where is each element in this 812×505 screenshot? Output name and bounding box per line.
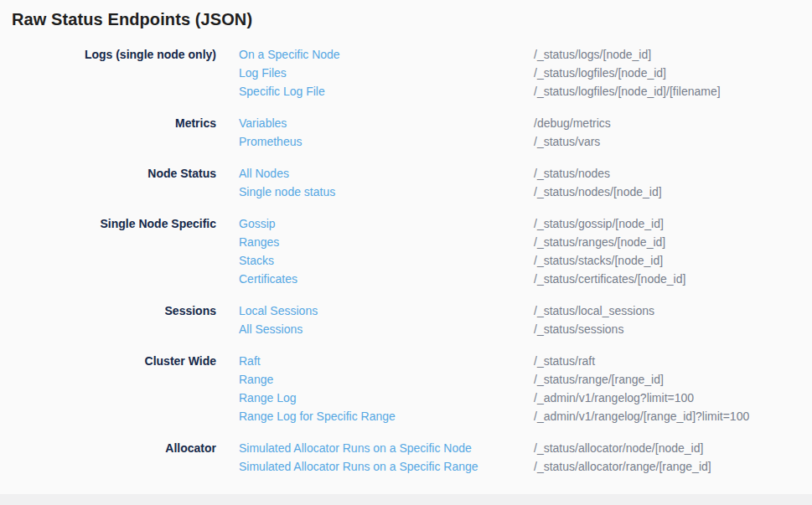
endpoint-link[interactable]: On a Specific Node — [239, 45, 534, 64]
endpoint-path: /_status/allocator/range/[range_id] — [534, 457, 812, 476]
endpoint-group: MetricsVariablesPrometheus/debug/metrics… — [0, 114, 812, 151]
endpoint-link[interactable]: Gossip — [239, 214, 534, 233]
endpoint-path: /_status/raft — [534, 352, 812, 370]
endpoint-link[interactable]: Simulated Allocator Runs on a Specific R… — [239, 457, 534, 476]
endpoint-path: /_admin/v1/rangelog?limit=100 — [534, 389, 812, 407]
endpoint-link[interactable]: Range Log for Specific Range — [239, 407, 534, 425]
endpoint-links-column: All NodesSingle node status — [216, 164, 534, 201]
endpoint-links-column: On a Specific NodeLog FilesSpecific Log … — [216, 45, 534, 100]
endpoint-group: Logs (single node only)On a Specific Nod… — [0, 45, 812, 100]
endpoint-path: /_status/stacks/[node_id] — [534, 251, 812, 270]
endpoint-link[interactable]: Single node status — [239, 183, 534, 201]
endpoint-link[interactable]: Local Sessions — [239, 301, 534, 320]
endpoint-link[interactable]: Ranges — [239, 233, 534, 251]
endpoint-link[interactable]: Raft — [239, 352, 534, 370]
endpoint-path: /_status/sessions — [534, 320, 812, 338]
category-label: Sessions — [0, 301, 216, 338]
endpoint-path: /_status/local_sessions — [534, 301, 812, 320]
endpoint-link[interactable]: Certificates — [239, 270, 534, 288]
endpoint-paths-column: /debug/metrics/_status/vars — [534, 114, 812, 151]
endpoint-link[interactable]: Log Files — [239, 64, 534, 82]
endpoint-links-column: RaftRangeRange LogRange Log for Specific… — [216, 352, 534, 425]
endpoint-link[interactable]: All Nodes — [239, 164, 534, 183]
endpoint-paths-column: /_status/raft/_status/range/[range_id]/_… — [534, 352, 812, 425]
endpoint-link[interactable]: Stacks — [239, 251, 534, 270]
endpoint-path: /_status/gossip/[node_id] — [534, 214, 812, 233]
endpoint-path: /_admin/v1/rangelog/[range_id]?limit=100 — [534, 407, 812, 425]
endpoint-links-column: Simulated Allocator Runs on a Specific N… — [216, 439, 534, 476]
endpoint-links-column: Local SessionsAll Sessions — [216, 301, 534, 338]
category-label: Single Node Specific — [0, 214, 216, 288]
endpoint-paths-column: /_status/allocator/node/[node_id]/_statu… — [534, 439, 812, 476]
endpoint-path: /_status/logfiles/[node_id]/[filename] — [534, 82, 812, 100]
endpoint-group: AllocatorSimulated Allocator Runs on a S… — [0, 439, 812, 476]
category-label: Allocator — [0, 439, 216, 476]
endpoint-group: Node StatusAll NodesSingle node status/_… — [0, 164, 812, 201]
endpoint-paths-column: /_status/logs/[node_id]/_status/logfiles… — [534, 45, 812, 100]
endpoint-links-column: VariablesPrometheus — [216, 114, 534, 151]
category-label: Metrics — [0, 114, 216, 151]
endpoint-link[interactable]: Specific Log File — [239, 82, 534, 100]
endpoint-links-column: GossipRangesStacksCertificates — [216, 214, 534, 288]
endpoint-path: /_status/logs/[node_id] — [534, 45, 812, 64]
endpoint-path: /_status/ranges/[node_id] — [534, 233, 812, 251]
endpoint-paths-column: /_status/nodes/_status/nodes/[node_id] — [534, 164, 812, 201]
endpoint-path: /_status/range/[range_id] — [534, 370, 812, 389]
endpoint-path: /_status/nodes — [534, 164, 812, 183]
page-title: Raw Status Endpoints (JSON) — [12, 10, 812, 29]
footer-strip — [0, 494, 812, 505]
category-label: Cluster Wide — [0, 352, 216, 425]
endpoint-path: /debug/metrics — [534, 114, 812, 132]
endpoint-link[interactable]: Prometheus — [239, 132, 534, 151]
endpoint-path: /_status/certificates/[node_id] — [534, 270, 812, 288]
endpoint-group: SessionsLocal SessionsAll Sessions/_stat… — [0, 301, 812, 338]
endpoint-path: /_status/vars — [534, 132, 812, 151]
endpoint-path: /_status/logfiles/[node_id] — [534, 64, 812, 82]
endpoint-link[interactable]: Variables — [239, 114, 534, 132]
endpoint-link[interactable]: Range — [239, 370, 534, 389]
endpoint-link[interactable]: All Sessions — [239, 320, 534, 338]
category-label: Node Status — [0, 164, 216, 201]
endpoint-link[interactable]: Range Log — [239, 389, 534, 407]
endpoint-group: Single Node SpecificGossipRangesStacksCe… — [0, 214, 812, 288]
endpoint-paths-column: /_status/local_sessions/_status/sessions — [534, 301, 812, 338]
endpoint-paths-column: /_status/gossip/[node_id]/_status/ranges… — [534, 214, 812, 288]
endpoint-path: /_status/allocator/node/[node_id] — [534, 439, 812, 457]
endpoints-table: Logs (single node only)On a Specific Nod… — [0, 45, 812, 476]
endpoint-path: /_status/nodes/[node_id] — [534, 183, 812, 201]
endpoint-link[interactable]: Simulated Allocator Runs on a Specific N… — [239, 439, 534, 457]
category-label: Logs (single node only) — [0, 45, 216, 100]
endpoint-group: Cluster WideRaftRangeRange LogRange Log … — [0, 352, 812, 425]
